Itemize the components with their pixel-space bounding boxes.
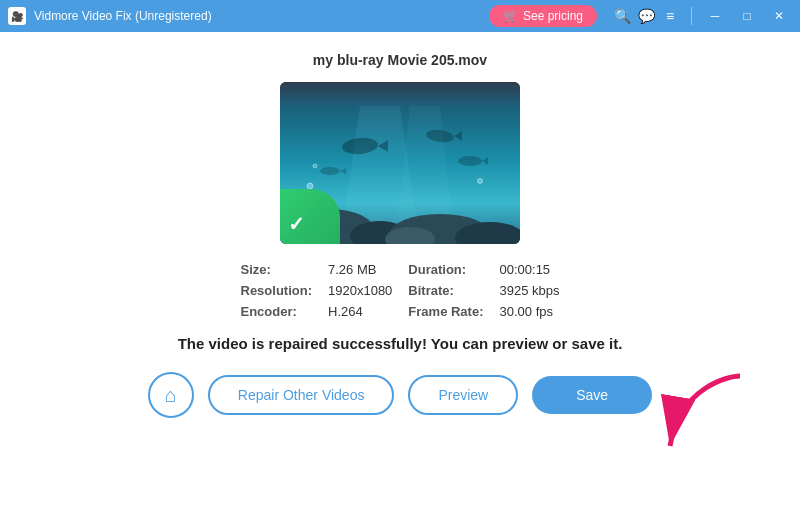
duration-label: Duration: (408, 262, 483, 277)
see-pricing-button[interactable]: 🛒 See pricing (489, 5, 597, 27)
close-button[interactable]: ✕ (766, 3, 792, 29)
cart-icon: 🛒 (503, 9, 518, 23)
chat-icon-button[interactable]: 💬 (635, 5, 657, 27)
titlebar: 🎥 Vidmore Video Fix (Unregistered) 🛒 See… (0, 0, 800, 32)
home-button[interactable]: ⌂ (148, 372, 194, 418)
pricing-label: See pricing (523, 9, 583, 23)
framerate-value: 30.00 fps (499, 304, 559, 319)
svg-point-7 (320, 167, 340, 175)
size-label: Size: (241, 262, 313, 277)
video-info-table: Size: 7.26 MB Duration: 00:00:15 Resolut… (241, 262, 560, 319)
file-name: my blu-ray Movie 205.mov (313, 52, 487, 68)
svg-point-17 (313, 164, 317, 168)
app-title: Vidmore Video Fix (Unregistered) (34, 9, 212, 23)
encoder-value: H.264 (328, 304, 392, 319)
framerate-label: Frame Rate: (408, 304, 483, 319)
maximize-button[interactable]: □ (734, 3, 760, 29)
toolbar-icons: 🔍 💬 ≡ (611, 5, 681, 27)
preview-button[interactable]: Preview (408, 375, 518, 415)
search-icon-button[interactable]: 🔍 (611, 5, 633, 27)
titlebar-right: 🛒 See pricing 🔍 💬 ≡ ─ □ ✕ (489, 3, 792, 29)
minimize-button[interactable]: ─ (702, 3, 728, 29)
resolution-label: Resolution: (241, 283, 313, 298)
duration-value: 00:00:15 (499, 262, 559, 277)
success-message: The video is repaired successfully! You … (178, 335, 623, 352)
app-logo: 🎥 (8, 7, 26, 25)
checkmark-icon: ✓ (288, 212, 305, 236)
home-icon: ⌂ (165, 384, 177, 407)
svg-point-9 (458, 156, 482, 166)
encoder-label: Encoder: (241, 304, 313, 319)
video-preview: ✓ (280, 82, 520, 244)
action-buttons-row: ⌂ Repair Other Videos Preview Save (148, 372, 652, 418)
main-content: my blu-ray Movie 205.mov (0, 32, 800, 428)
bitrate-label: Bitrate: (408, 283, 483, 298)
svg-point-18 (478, 179, 483, 184)
titlebar-left: 🎥 Vidmore Video Fix (Unregistered) (8, 7, 212, 25)
save-button[interactable]: Save (532, 376, 652, 414)
size-value: 7.26 MB (328, 262, 392, 277)
bitrate-value: 3925 kbps (499, 283, 559, 298)
repair-other-button[interactable]: Repair Other Videos (208, 375, 395, 415)
resolution-value: 1920x1080 (328, 283, 392, 298)
divider (691, 7, 692, 25)
success-badge: ✓ (280, 189, 340, 244)
logo-icon: 🎥 (11, 11, 23, 22)
menu-icon-button[interactable]: ≡ (659, 5, 681, 27)
